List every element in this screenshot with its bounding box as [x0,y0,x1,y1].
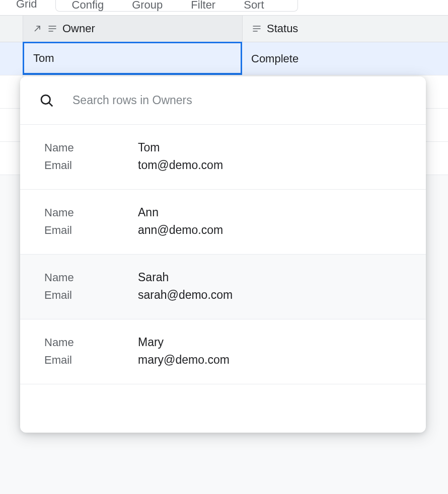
text-lines-icon [252,24,262,34]
table-column-headers: Owner Status [0,15,448,42]
field-email-value: sarah@demo.com [138,288,233,302]
toolbar-group: Config Group Filter Sort [55,0,298,12]
field-name-value: Mary [138,336,164,349]
cell-owner[interactable]: Tom [23,42,242,75]
dropdown-option[interactable]: Name Tom Email tom@demo.com [20,125,426,190]
table-row[interactable]: Tom Complete [0,42,448,75]
more-button[interactable] [276,0,288,11]
svg-line-1 [49,103,52,106]
field-name-label: Name [44,336,138,349]
row-handle[interactable] [0,42,23,75]
sort-button[interactable]: Sort [228,0,264,12]
field-email-label: Email [44,224,138,237]
dropdown-option[interactable]: Name Sarah Email sarah@demo.com [20,255,426,319]
field-email-label: Email [44,354,138,367]
filter-icon [175,0,187,11]
field-email-value: mary@demo.com [138,353,230,367]
field-email-value: ann@demo.com [138,223,223,237]
database-toolbar: Grid Config Group Filter Sort [0,0,448,14]
field-email-label: Email [44,159,138,172]
field-name-value: Tom [138,141,160,154]
row-number-header [0,16,23,42]
field-name-value: Ann [138,206,159,219]
column-header-owner[interactable]: Owner [23,16,243,42]
field-name-label: Name [44,206,138,219]
link-arrow-icon [32,24,42,34]
toolbar-grid-label: Grid [16,0,37,11]
field-name-label: Name [44,271,138,284]
cell-status-value: Complete [251,52,298,65]
search-icon [39,93,54,108]
svg-point-0 [41,95,50,104]
cell-status[interactable]: Complete [242,42,448,75]
field-name-value: Sarah [138,271,169,284]
column-status-label: Status [267,22,298,35]
toolbar-sort-label: Sort [244,0,264,12]
dropdown-option[interactable]: Name Ann Email ann@demo.com [20,190,426,255]
group-button[interactable]: Group [116,0,163,12]
field-email-value: tom@demo.com [138,158,223,172]
field-name-label: Name [44,141,138,154]
dropdown-footer [20,384,426,433]
config-button[interactable]: Config [56,0,104,12]
dropdown-option[interactable]: Name Mary Email mary@demo.com [20,319,426,384]
column-owner-label: Owner [62,22,95,35]
up-arrow-icon [276,0,288,11]
dropdown-search-row [20,76,426,125]
filter-button[interactable]: Filter [175,0,215,12]
field-email-label: Email [44,289,138,302]
toolbar-filter-label: Filter [191,0,215,12]
view-grid-button[interactable]: Grid [0,0,37,11]
text-lines-icon [47,24,57,34]
dropdown-search-input[interactable] [72,94,407,107]
group-icon [116,0,128,11]
owner-lookup-dropdown: Name Tom Email tom@demo.com Name Ann Ema… [20,76,426,433]
gear-icon [56,0,68,11]
toolbar-config-label: Config [72,0,104,12]
cell-owner-value: Tom [33,52,54,65]
column-header-status[interactable]: Status [243,16,448,42]
toolbar-group-label: Group [132,0,163,12]
sort-icon [228,0,240,11]
grid-icon [0,0,12,10]
